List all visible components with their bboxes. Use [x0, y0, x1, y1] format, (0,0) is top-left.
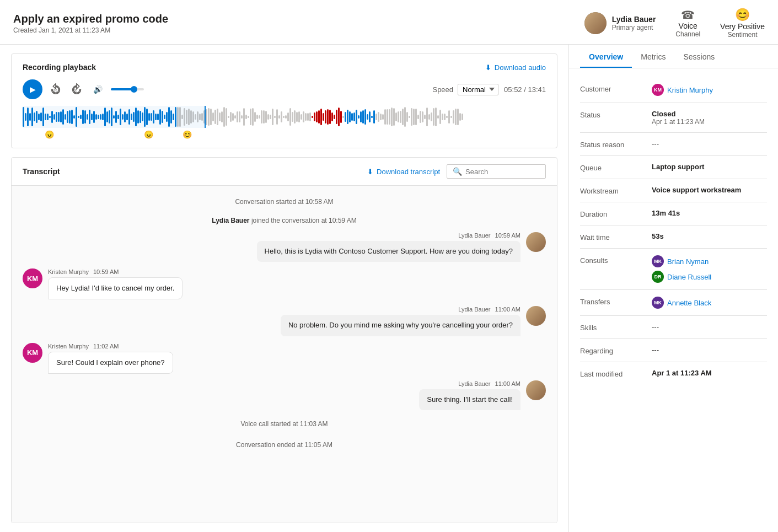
system-message-voice: Voice call started at 11:03 AM: [23, 417, 546, 431]
sender-name: Lydia Bauer: [458, 380, 490, 387]
queue-label: Queue: [580, 163, 652, 172]
search-box[interactable]: 🔍: [447, 164, 546, 179]
tabs: Overview Metrics Sessions: [569, 45, 778, 68]
customer-link[interactable]: KM Kristin Murphy: [652, 84, 767, 96]
message-bubble-highlight: Sure! Could I explain over phone?: [48, 352, 173, 374]
play-icon: ▶: [30, 85, 36, 94]
created-date: Created Jan 1, 2021 at 11:23 AM: [13, 26, 168, 34]
transcript-title: Transcript: [23, 167, 60, 176]
agent-name: Lydia Bauer: [612, 15, 656, 24]
volume-button[interactable]: 🔊: [90, 82, 105, 97]
tab-metrics[interactable]: Metrics: [632, 45, 674, 68]
rewind-10-button[interactable]: 10: [48, 82, 63, 97]
consult2-name: Diane Russell: [667, 273, 711, 281]
customer-label: Customer: [580, 84, 652, 93]
regarding-label: Regarding: [580, 346, 652, 355]
customer-message-2: KM Kristen Murphy 11:02 AM Sure! Could I…: [23, 343, 546, 374]
agent-message-3: Lydia Bauer 11:00 AM Sure thing. I'll st…: [23, 380, 546, 410]
consult2-avatar: DR: [652, 271, 664, 283]
speed-label: Speed: [432, 85, 453, 94]
sentiment-value: Very Positive: [720, 22, 765, 31]
detail-skills: Skills ---: [580, 316, 767, 339]
waveform[interactable]: [23, 106, 546, 128]
transcript-body: Conversation started at 10:58 AM Lydia B…: [12, 186, 557, 523]
detail-regarding: Regarding ---: [580, 339, 767, 362]
status-reason-value: ---: [652, 139, 767, 148]
speed-select[interactable]: 0.5x 0.75x Normal 1.25x 1.5x 2x: [458, 84, 498, 95]
skills-label: Skills: [580, 323, 652, 332]
message-time: 10:59 AM: [93, 268, 119, 275]
system-join: Lydia Bauer joined the conversation at 1…: [23, 216, 546, 225]
detail-status-reason: Status reason ---: [580, 133, 767, 156]
tab-content-overview: Customer KM Kristin Murphy Status Closed…: [569, 68, 778, 532]
sender-name: Kristen Murphy: [48, 268, 89, 275]
recording-title: Recording playback: [23, 63, 96, 72]
transfer1-avatar: MK: [652, 297, 664, 309]
waveform-container[interactable]: 😠 😠 😊: [23, 106, 546, 139]
skills-value: ---: [652, 323, 767, 331]
agent-info: Lydia Bauer Primary agent: [584, 12, 656, 34]
sentiment-icon: 😊: [735, 8, 750, 22]
regarding-value: ---: [652, 346, 767, 354]
search-input[interactable]: [465, 168, 540, 176]
transfer1-link[interactable]: MK Annette Black: [652, 297, 767, 309]
status-date: Apr 1 at 11:23 AM: [652, 118, 767, 126]
wait-time-label: Wait time: [580, 232, 652, 241]
agent-message-2: Lydia Bauer 11:00 AM No problem. Do you …: [23, 306, 546, 336]
agent-avatar: [584, 12, 607, 34]
detail-last-modified: Last modified Apr 1 at 11:23 AM: [580, 362, 767, 385]
message-time: 11:00 AM: [495, 306, 521, 313]
message-bubble: Hello, this is Lydia with Contoso Custom…: [257, 241, 521, 262]
status-value: Closed: [652, 110, 767, 118]
forward-30-button[interactable]: 30: [69, 82, 84, 97]
consult1-name: Brian Nyman: [667, 257, 709, 266]
tab-sessions[interactable]: Sessions: [674, 45, 723, 68]
channel-label: Voice: [679, 22, 697, 30]
positive-sentiment-icon: 😊: [183, 130, 192, 139]
agent-message-1: Lydia Bauer 10:59 AM Hello, this is Lydi…: [23, 232, 546, 262]
status-label: Status: [580, 110, 652, 119]
volume-slider[interactable]: [111, 88, 144, 90]
search-icon: 🔍: [453, 167, 462, 176]
message-time: 10:59 AM: [495, 232, 521, 239]
system-message-end: Conversation ended at 11:05 AM: [23, 438, 546, 452]
channel-info: ☎ Voice Channel: [675, 8, 700, 38]
transfers-label: Transfers: [580, 297, 652, 306]
detail-transfers: Transfers MK Annette Black: [580, 290, 767, 316]
queue-value: Laptop support: [652, 163, 767, 171]
volume-icon: 🔊: [93, 85, 103, 94]
consult2-link[interactable]: DR Diane Russell: [652, 271, 767, 283]
consult1-avatar: MK: [652, 255, 664, 267]
player-controls: ▶ 10 30 🔊: [23, 79, 546, 99]
play-button[interactable]: ▶: [23, 79, 42, 99]
download-transcript-button[interactable]: ⬇ Download transcript: [367, 168, 440, 176]
recording-card: Recording playback ⬇ Download audio ▶ 10…: [11, 53, 557, 148]
time-display: 05:52 / 13:41: [504, 85, 546, 94]
message-bubble-highlight: Hey Lydia! I'd like to cancel my order.: [48, 277, 183, 299]
status-reason-label: Status reason: [580, 139, 652, 149]
transfer1-name: Annette Black: [667, 299, 711, 307]
page-title: Apply an expired promo code: [13, 13, 168, 25]
detail-workstream: Workstream Voice support workstream: [580, 179, 767, 202]
sentiment-markers: 😠 😠 😊: [23, 130, 546, 139]
phone-icon: ☎: [681, 8, 695, 22]
download-audio-icon: ⬇: [485, 63, 491, 72]
last-modified-label: Last modified: [580, 369, 652, 378]
detail-customer: Customer KM Kristin Murphy: [580, 77, 767, 103]
tab-overview[interactable]: Overview: [580, 45, 632, 68]
negative-sentiment-icon: 😠: [45, 130, 54, 139]
agent-avatar-sm: [526, 232, 546, 252]
sender-name: Lydia Bauer: [458, 232, 490, 239]
detail-queue: Queue Laptop support: [580, 156, 767, 179]
customer-avatar-km: KM: [23, 268, 42, 288]
message-bubble: Sure thing. I'll start the call!: [419, 389, 521, 410]
consult1-link[interactable]: MK Brian Nyman: [652, 255, 767, 267]
duration-label: Duration: [580, 209, 652, 218]
customer-avatar-km: KM: [23, 343, 42, 363]
channel-sublabel: Channel: [675, 30, 700, 38]
detail-status: Status Closed Apr 1 at 11:23 AM: [580, 103, 767, 133]
detail-duration: Duration 13m 41s: [580, 202, 767, 225]
message-time: 11:02 AM: [93, 343, 119, 350]
download-audio-button[interactable]: ⬇ Download audio: [485, 63, 546, 72]
agent-avatar-sm: [526, 380, 546, 400]
